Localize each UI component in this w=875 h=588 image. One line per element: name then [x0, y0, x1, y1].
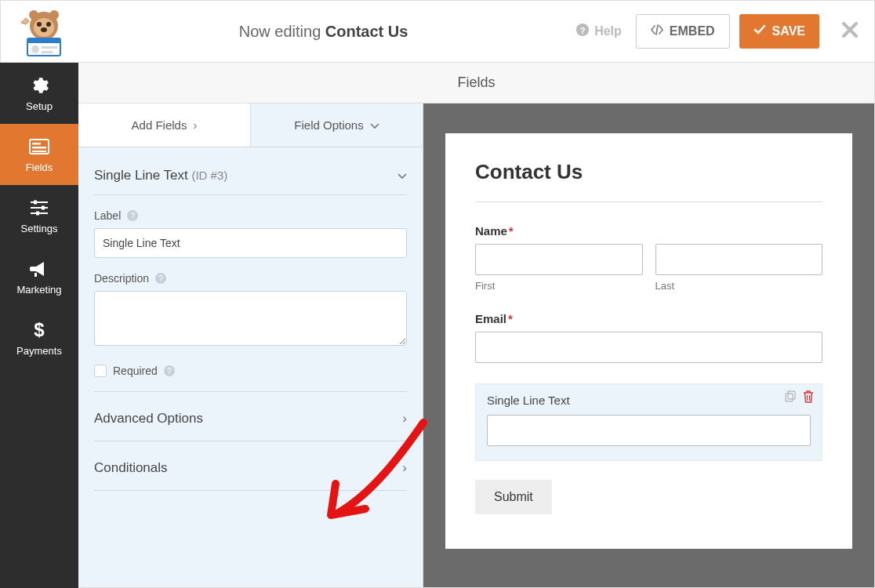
embed-button[interactable]: EMBED: [636, 14, 730, 49]
required-label: Required: [113, 365, 158, 377]
selected-field[interactable]: Single Line Text: [475, 383, 822, 461]
conditionals-row[interactable]: Conditionals ›: [94, 441, 407, 491]
svg-rect-23: [36, 211, 39, 215]
form-preview: Contact Us Name* First: [445, 133, 852, 549]
workspace-header: Fields: [78, 63, 874, 103]
email-text: Email: [475, 312, 506, 325]
label-text: Label: [94, 209, 121, 222]
conditionals-label: Conditionals: [94, 460, 168, 476]
nav-marketing[interactable]: Marketing: [0, 246, 78, 307]
workspace: Fields Add Fields › Field Options: [78, 63, 875, 588]
divider: [475, 201, 822, 202]
svg-rect-16: [32, 147, 46, 149]
nav-settings[interactable]: Settings: [0, 185, 78, 246]
description-input[interactable]: [94, 291, 407, 346]
svg-rect-8: [27, 38, 60, 43]
trash-icon[interactable]: [803, 390, 814, 406]
tab-field-options[interactable]: Field Options: [251, 103, 423, 147]
panel-tabs: Add Fields › Field Options: [78, 103, 423, 147]
help-icon: ?: [575, 23, 590, 40]
field-tools: [784, 390, 814, 406]
nav-fields-label: Fields: [26, 162, 53, 173]
description-label: Description ?: [94, 272, 407, 285]
embed-label: EMBED: [670, 24, 715, 38]
slt-input[interactable]: [487, 415, 811, 446]
chevron-right-icon: ›: [193, 118, 197, 132]
email-input[interactable]: [475, 332, 822, 363]
gear-icon: [29, 75, 49, 96]
field-section-header[interactable]: Single Line Text (ID #3): [94, 147, 407, 195]
topbar: Now editing Contact Us ? Help EMBED SAVE: [0, 0, 875, 63]
duplicate-icon[interactable]: [784, 390, 797, 406]
nav-settings-label: Settings: [21, 223, 58, 234]
required-asterisk: *: [508, 312, 513, 325]
svg-rect-10: [42, 46, 57, 49]
workspace-split: Add Fields › Field Options Single Line T…: [78, 103, 874, 587]
svg-text:?: ?: [580, 25, 586, 35]
label-row: Label ?: [94, 209, 407, 258]
panel-body: Single Line Text (ID #3) Label ?: [78, 147, 423, 506]
svg-point-3: [46, 22, 51, 27]
form-icon: [29, 136, 49, 157]
svg-point-9: [31, 45, 39, 53]
name-field[interactable]: Name* First Last: [475, 224, 822, 292]
help-text: Help: [594, 24, 622, 38]
svg-rect-15: [32, 143, 41, 145]
advanced-options-row[interactable]: Advanced Options ›: [94, 392, 407, 441]
field-id-label: (ID #3): [191, 169, 227, 182]
first-name-input[interactable]: [475, 244, 643, 275]
bullhorn-icon: [29, 259, 49, 279]
field-section-title: Single Line Text (ID #3): [94, 168, 227, 183]
nav-setup[interactable]: Setup: [0, 63, 78, 124]
dollar-icon: $: [29, 320, 49, 340]
svg-rect-17: [32, 151, 46, 152]
svg-text:$: $: [34, 320, 45, 340]
tab-add-label: Add Fields: [132, 118, 187, 132]
svg-rect-26: [788, 391, 795, 399]
email-field[interactable]: Email*: [475, 312, 822, 363]
label-label: Label ?: [94, 209, 407, 222]
nav-payments-label: Payments: [16, 345, 62, 357]
sliders-icon: [29, 198, 49, 218]
nav-setup-label: Setup: [26, 100, 53, 112]
required-asterisk: *: [509, 224, 514, 238]
description-row: Description ?: [94, 272, 407, 349]
editing-formname: Contact Us: [325, 23, 408, 40]
save-button[interactable]: SAVE: [739, 14, 819, 49]
required-checkbox[interactable]: [94, 365, 107, 377]
required-row: Required ?: [94, 365, 407, 377]
svg-rect-22: [42, 205, 45, 209]
first-sublabel: First: [475, 280, 643, 292]
svg-point-5: [29, 10, 38, 20]
svg-rect-11: [42, 51, 53, 53]
main: Setup Fields Settings Marketing $ Paymen…: [0, 63, 875, 588]
tab-add-fields[interactable]: Add Fields ›: [78, 103, 251, 147]
help-link[interactable]: ? Help: [575, 23, 622, 40]
nav-payments[interactable]: $ Payments: [0, 307, 78, 368]
help-icon[interactable]: ?: [127, 210, 138, 221]
save-label: SAVE: [772, 24, 805, 38]
submit-button[interactable]: Submit: [475, 480, 552, 514]
label-input[interactable]: [94, 228, 407, 258]
leftnav: Setup Fields Settings Marketing $ Paymen…: [0, 63, 78, 588]
editing-label: Now editing Contact Us: [71, 23, 575, 41]
close-icon: [841, 21, 859, 38]
name-text: Name: [475, 224, 507, 238]
nav-fields[interactable]: Fields: [0, 124, 78, 185]
editing-prefix: Now editing: [239, 23, 325, 40]
preview-area: Contact Us Name* First: [423, 103, 874, 587]
advanced-label: Advanced Options: [94, 411, 203, 426]
options-panel: Add Fields › Field Options Single Line T…: [78, 103, 423, 587]
form-title: Contact Us: [475, 160, 822, 184]
last-name-input[interactable]: [655, 244, 823, 275]
tab-options-label: Field Options: [294, 118, 363, 132]
chevron-down-icon: [398, 169, 407, 183]
description-text: Description: [94, 272, 149, 285]
close-button[interactable]: [841, 19, 859, 44]
help-icon[interactable]: ?: [164, 365, 175, 376]
svg-point-6: [49, 10, 59, 20]
help-icon[interactable]: ?: [155, 273, 166, 284]
check-icon: [753, 24, 766, 38]
chevron-down-icon: [370, 118, 379, 132]
slt-label: Single Line Text: [487, 394, 811, 407]
